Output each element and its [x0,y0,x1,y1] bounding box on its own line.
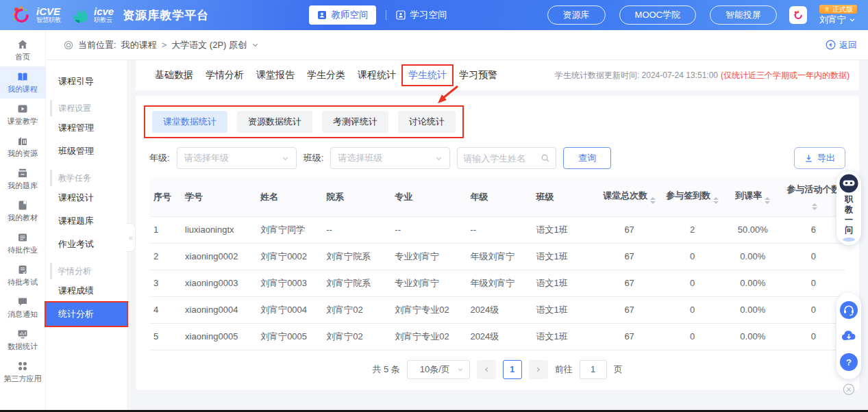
header-link-1[interactable]: MOOC学院 [619,5,696,25]
table-row: 5xiaoning0005刘宵宁0005刘宵宁02刘宵宁专业022024级语文1… [149,323,845,350]
close-floating-icon[interactable] [843,383,855,396]
column-label: 到课率 [735,190,762,201]
location-icon [64,40,73,50]
query-button[interactable]: 查询 [563,147,611,169]
course-menu-item-7[interactable]: 作业考试 [46,233,127,256]
column-header-7[interactable]: 课堂总次数 [598,177,661,216]
sort-icon[interactable] [812,203,817,210]
tab-6[interactable]: 学习预警 [459,69,497,81]
sort-icon[interactable] [713,197,719,204]
sidebar-item-5[interactable]: 我的教材 [0,195,45,227]
table-cell: xiaoning0004 [181,296,256,323]
tab-2[interactable]: 课堂报告 [256,69,295,81]
sort-icon[interactable] [650,197,656,204]
logo1-text: iCVE 智慧职教 [36,6,61,23]
learning-space-label: 学习空间 [410,9,447,21]
breadcrumb-my-courses[interactable]: 我的课程 [121,39,157,51]
grade-select[interactable]: 请选择年级 [177,147,297,169]
course-menu-item-0[interactable]: 课程引导 [46,70,127,93]
sidebar-item-7[interactable]: 待批考试 [0,259,45,292]
sidebar-item-0[interactable]: 首页 [0,34,45,66]
table-cell: 2024级 [466,323,532,350]
column-header-5: 年级 [466,177,532,216]
sidebar-item-6[interactable]: 待批作业 [0,227,45,259]
table-cell: 刘宵宁专业02 [390,296,466,323]
table-cell: 2 [149,243,181,270]
sidebar-item-3[interactable]: 我的资源 [0,131,45,163]
collapse-sidebar-handle[interactable]: « [127,223,136,252]
back-arrow-icon [826,40,836,50]
course-menu-item-10[interactable]: 统计分析 [46,302,127,326]
student-name-input[interactable] [463,153,538,164]
tab-1[interactable]: 学情分析 [206,69,244,81]
goto-page-input[interactable] [580,360,607,379]
chevron-left-icon [483,366,490,373]
course-menu-item-6[interactable]: 课程题库 [46,209,127,233]
assistant-label: 职教一问 [845,194,853,235]
subtab-0[interactable]: 课堂数据统计 [152,111,227,133]
next-page-button[interactable] [529,360,548,379]
page-size-select[interactable]: 10条/页 [407,360,470,379]
sidebar-item-label: 待批考试 [8,277,38,287]
sidebar-item-9[interactable]: 数据统计 [0,324,45,356]
subtab-2[interactable]: 考测评统计 [322,111,388,133]
table-cell: liuxiaoningtx [181,216,256,243]
column-label: 年级 [470,192,488,202]
cloud-download-icon[interactable] [840,327,858,345]
customer-service-icon[interactable] [840,301,858,319]
course-menu-item-9[interactable]: 课程成绩 [46,279,127,302]
course-menu-item-2[interactable]: 课程管理 [46,116,127,140]
breadcrumb-course-name[interactable]: 大学语文 (2P) 原创 [171,39,247,51]
sidebar-item-10[interactable]: 第三方应用 [0,356,45,388]
student-name-search [457,147,556,169]
current-page-button[interactable]: 1 [503,360,522,379]
learning-space-button[interactable]: 学习空间 [396,9,447,21]
teacher-space-button[interactable]: 教师空间 [309,5,376,25]
statistics-icon [17,329,28,339]
table-cell: 0 [661,296,724,323]
header-links: 资源库MOOC学院智能投屏 [547,5,777,25]
user-menu[interactable]: 正式版 刘宵宁 [819,5,857,25]
table-cell: 语文1班 [532,216,598,243]
header-link-2[interactable]: 智能投屏 [710,5,777,25]
ai-assistant-widget[interactable]: 职教一问 [836,171,861,245]
teacher-space-icon [317,10,327,20]
sidebar-item-label: 课堂教学 [8,116,38,127]
table-cell: 专业刘宵宁 [390,270,466,296]
annotation-box-subtabs: 课堂数据统计资源数据统计考测评统计讨论统计 [144,105,464,138]
update-time-label: 学生统计数据更新时间: 2024-07-24 13:51:00 [555,70,718,81]
mini-app-icon[interactable] [789,6,807,24]
search-icon[interactable] [541,153,550,163]
tab-0[interactable]: 基础数据 [155,69,193,81]
subtab-3[interactable]: 讨论统计 [398,111,456,133]
sidebar-item-4[interactable]: 我的题库 [0,163,45,195]
table-row: 3xiaoning0003刘宵宁0003刘宵宁院系专业刘宵宁年级刘宵宁语文1班6… [149,270,845,296]
table-cell: 语文1班 [532,296,598,323]
course-menu-section-1: 课程设置 [50,100,127,116]
sidebar-item-8[interactable]: 消息通知 [0,292,45,324]
sidebar-item-1[interactable]: 我的课程 [0,66,45,99]
sidebar-item-2[interactable]: 课堂教学 [0,99,45,131]
table-cell: 3 [149,270,181,296]
pagination-total: 共 5 条 [372,363,399,376]
header-link-0[interactable]: 资源库 [547,5,606,25]
tab-5[interactable]: 学生统计 [401,64,454,86]
column-header-8[interactable]: 参与签到数 [661,177,724,216]
tab-4[interactable]: 课程统计 [358,69,396,81]
main-panel: 基础数据学情分析课堂报告学生分类课程统计学生统计学习预警 学生统计数据更新时间:… [127,60,868,410]
help-icon[interactable]: ? [840,353,858,371]
subtab-1[interactable]: 资源数据统计 [237,111,312,133]
right-column: 当前位置: 我的课程 > 大学语文 (2P) 原创 返回 课程引导课程设置课程管… [46,30,868,410]
table-cell: 0 [661,323,724,350]
course-menu-item-3[interactable]: 班级管理 [46,140,127,163]
back-button[interactable]: 返回 [826,39,857,51]
tab-3[interactable]: 学生分类 [307,69,345,81]
export-button[interactable]: 导出 [794,147,845,169]
course-chevron-down-icon[interactable] [251,41,259,49]
sort-icon[interactable] [765,197,770,204]
column-header-9[interactable]: 到课率 [724,177,782,216]
class-select[interactable]: 请选择班级 [330,147,450,169]
table-row: 1liuxiaoningtx刘宵宁同学------语文1班67250.00%6 [149,216,845,243]
prev-page-button[interactable] [477,360,496,379]
course-menu-item-5[interactable]: 课程设计 [46,186,127,209]
